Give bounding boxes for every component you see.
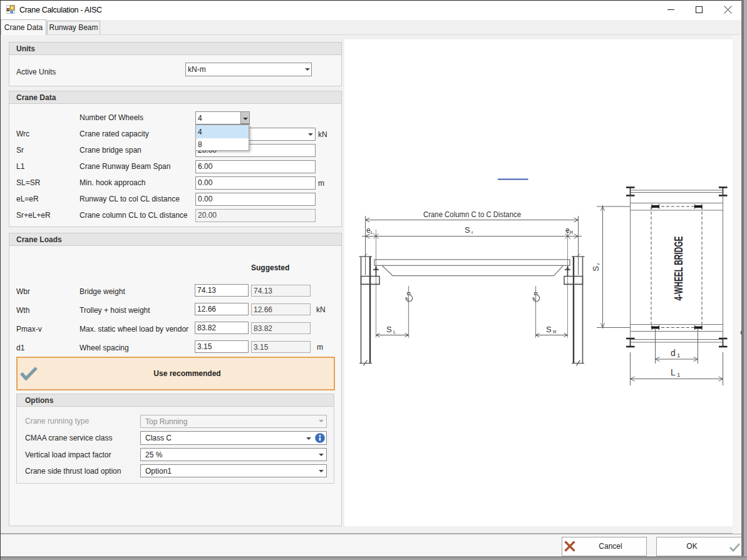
svg-text:4-WHEEL BRIDGE: 4-WHEEL BRIDGE — [672, 237, 685, 301]
svg-text:Crane Column C to C Distance: Crane Column C to C Distance — [423, 210, 521, 219]
